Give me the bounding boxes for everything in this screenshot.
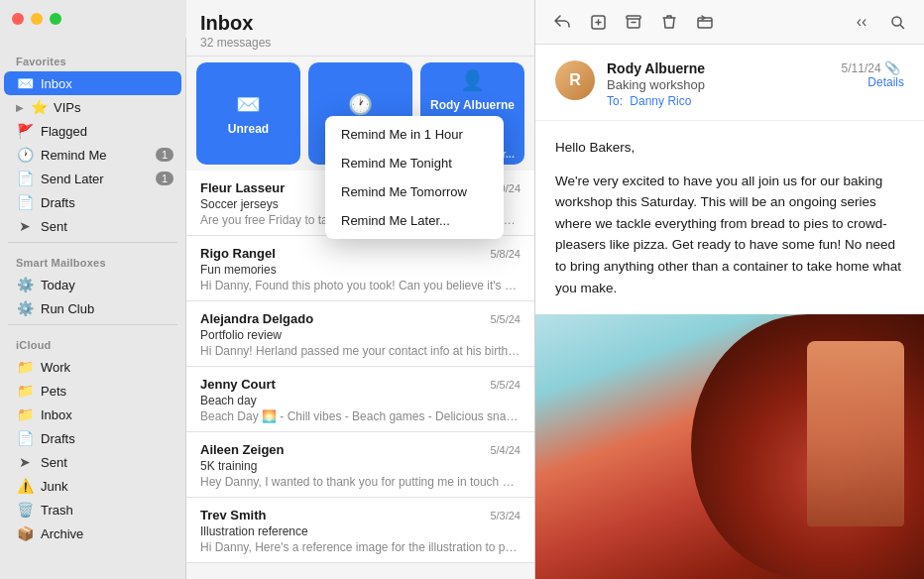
- reply-button[interactable]: [547, 8, 577, 36]
- sidebar-item-sent-label: Sent: [41, 219, 67, 234]
- sidebar-item-icloud-inbox[interactable]: 📁 Inbox: [4, 403, 181, 426]
- msg-sender-aileen: Aileen Zeigen: [200, 442, 285, 457]
- detail-toolbar: ‹‹: [535, 0, 924, 45]
- remind-later[interactable]: Remind Me Later...: [325, 206, 504, 235]
- msg-preview-alejandra: Hi Danny! Herland passed me your contact…: [200, 344, 520, 358]
- send-later-icon: 📄: [16, 171, 34, 186]
- msg-subject-jenny: Beach day: [200, 394, 520, 407]
- remind-me-badge: 1: [156, 148, 173, 162]
- sidebar-item-junk[interactable]: ⚠️ Junk: [4, 474, 181, 498]
- message-list-header: Inbox 32 messages: [186, 0, 534, 57]
- email-to-line: To: Danny Rico: [607, 94, 830, 108]
- prev-message-button[interactable]: ‹‹: [847, 8, 876, 36]
- sidebar-item-icloud-inbox-label: Inbox: [41, 407, 72, 422]
- trash-icon: 🗑️: [16, 502, 34, 518]
- to-name: Danny Rico: [630, 94, 691, 108]
- sidebar-item-today[interactable]: ⚙️ Today: [4, 273, 181, 296]
- msg-preview-aileen: Hey Danny, I wanted to thank you for put…: [200, 475, 520, 489]
- move-button[interactable]: [690, 8, 720, 36]
- move-icon: [697, 15, 713, 29]
- sidebar-item-sent[interactable]: ➤ Sent: [4, 214, 181, 238]
- sidebar-item-icloud-drafts[interactable]: 📄 Drafts: [4, 426, 181, 450]
- junk-icon: ⚠️: [16, 478, 34, 494]
- sidebar-item-vips[interactable]: ▶ ⭐ VIPs: [4, 95, 181, 119]
- sidebar-item-icloud-sent[interactable]: ➤ Sent: [4, 450, 181, 474]
- remind-tomorrow[interactable]: Remind Me Tomorrow: [325, 177, 504, 206]
- message-item-aileen[interactable]: Aileen Zeigen 5/4/24 5K training Hey Dan…: [186, 432, 534, 498]
- to-label: To:: [607, 94, 623, 108]
- sidebar-item-drafts-label: Drafts: [41, 195, 75, 210]
- clock-icon: 🕐: [16, 147, 34, 163]
- remind-in-1-hour[interactable]: Remind Me in 1 Hour: [325, 120, 504, 149]
- sidebar-item-remind-me[interactable]: 🕐 Remind Me 1: [4, 143, 181, 167]
- chevron-right-icon: ▶: [16, 102, 24, 113]
- run-club-icon: ⚙️: [16, 300, 34, 316]
- msg-date-rigo: 5/8/24: [490, 248, 520, 260]
- sidebar-item-remind-me-label: Remind Me: [41, 148, 106, 163]
- divider-1: [8, 242, 177, 243]
- details-link[interactable]: Details: [842, 75, 904, 89]
- sidebar-item-archive[interactable]: 📦 Archive: [4, 521, 181, 545]
- smart-mailboxes-section-label: Smart Mailboxes: [0, 247, 185, 273]
- remind-dropdown: Remind Me in 1 Hour Remind Me Tonight Re…: [325, 116, 504, 239]
- sidebar-item-run-club[interactable]: ⚙️ Run Club: [4, 296, 181, 320]
- msg-sender-fleur: Fleur Lasseur: [200, 180, 285, 195]
- remind-tonight[interactable]: Remind Me Tonight: [325, 149, 504, 177]
- trash-toolbar-button[interactable]: [654, 8, 684, 36]
- search-button[interactable]: [882, 8, 912, 36]
- sent-icon: ➤: [16, 218, 34, 234]
- archive-button[interactable]: [619, 8, 648, 36]
- pets-folder-icon: 📁: [16, 383, 34, 399]
- sidebar-item-pets[interactable]: 📁 Pets: [4, 379, 181, 403]
- email-header: R Rody Albuerne Baking workshop To: Dann…: [535, 45, 924, 121]
- filter-card-rody-label: Rody Albuerne: [430, 98, 515, 112]
- toolbar-chevrons: ‹‹: [847, 8, 876, 36]
- email-date-col: 5/11/24 📎 Details: [842, 60, 904, 89]
- sidebar-item-flagged[interactable]: 🚩 Flagged: [4, 119, 181, 143]
- message-item-alejandra[interactable]: Alejandra Delgado 5/5/24 Portfolio revie…: [186, 301, 534, 367]
- email-from-row: R Rody Albuerne Baking workshop To: Dann…: [555, 60, 904, 108]
- sidebar: Favorites ✉️ Inbox ▶ ⭐ VIPs 🚩 Flagged 🕐 …: [0, 0, 186, 579]
- msg-date-jenny: 5/5/24: [490, 379, 520, 391]
- sender-avatar: R: [555, 60, 595, 100]
- sidebar-item-drafts[interactable]: 📄 Drafts: [4, 190, 181, 214]
- svg-rect-1: [627, 16, 640, 19]
- sidebar-item-flagged-label: Flagged: [41, 124, 87, 139]
- email-sender-name: Rody Albuerne: [607, 60, 830, 76]
- paperclip-icon: 📎: [884, 60, 900, 75]
- filter-card-unread-label: Unread: [228, 122, 269, 136]
- icloud-section-label: iCloud: [0, 329, 185, 355]
- message-item-trev[interactable]: Trev Smith 5/3/24 Illustration reference…: [186, 498, 534, 563]
- today-icon: ⚙️: [16, 277, 34, 292]
- sidebar-item-send-later-label: Send Later: [41, 172, 104, 186]
- sidebar-wrapper: Favorites ✉️ Inbox ▶ ⭐ VIPs 🚩 Flagged 🕐 …: [0, 0, 186, 579]
- email-subject-line: Baking workshop: [607, 77, 830, 92]
- sidebar-item-work[interactable]: 📁 Work: [4, 355, 181, 379]
- message-item-jenny[interactable]: Jenny Court 5/5/24 Beach day Beach Day 🌅…: [186, 367, 534, 432]
- minimize-button[interactable]: [31, 13, 43, 25]
- message-item-rigo[interactable]: Rigo Rangel 5/8/24 Fun memories Hi Danny…: [186, 236, 534, 301]
- filter-cards-row: ✉️ Unread 🕐 Rem... 👤 Rody Albuerne We're…: [186, 57, 534, 171]
- sidebar-item-vips-label: VIPs: [54, 100, 80, 115]
- svg-point-3: [892, 17, 901, 26]
- work-folder-icon: 📁: [16, 359, 34, 375]
- maximize-button[interactable]: [50, 13, 61, 25]
- compose-button[interactable]: [583, 8, 613, 36]
- msg-preview-jenny: Beach Day 🌅 - Chill vibes - Beach games …: [200, 409, 520, 423]
- sidebar-item-today-label: Today: [41, 278, 75, 292]
- msg-subject-alejandra: Portfolio review: [200, 328, 520, 342]
- sidebar-item-inbox-label: Inbox: [41, 76, 72, 91]
- sidebar-item-inbox[interactable]: ✉️ Inbox: [4, 71, 181, 95]
- icloud-drafts-icon: 📄: [16, 430, 34, 446]
- sidebar-item-work-label: Work: [41, 360, 70, 375]
- email-image: [535, 314, 924, 579]
- icloud-sent-icon: ➤: [16, 454, 34, 470]
- sidebar-item-trash[interactable]: 🗑️ Trash: [4, 498, 181, 521]
- msg-sender-trev: Trev Smith: [200, 508, 266, 522]
- sidebar-item-send-later[interactable]: 📄 Send Later 1: [4, 167, 181, 190]
- close-button[interactable]: [12, 13, 24, 25]
- msg-sender-rigo: Rigo Rangel: [200, 246, 276, 261]
- filter-card-unread[interactable]: ✉️ Unread: [196, 62, 300, 165]
- inbox-icon: ✉️: [16, 75, 34, 91]
- reply-icon: [554, 15, 570, 29]
